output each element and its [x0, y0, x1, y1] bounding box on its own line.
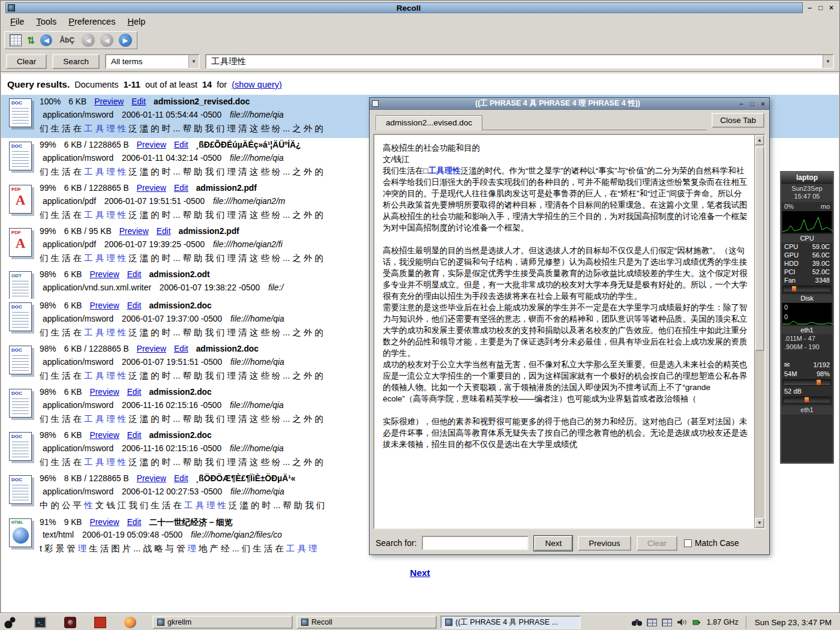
- minimize-icon[interactable]: –: [805, 4, 814, 13]
- find-clear-button[interactable]: Clear: [637, 536, 677, 551]
- match-case-checkbox[interactable]: [684, 539, 692, 547]
- query-combo[interactable]: ▼: [205, 54, 834, 69]
- preview-link[interactable]: Preview: [119, 227, 149, 236]
- taskbar-task[interactable]: ((工 PHRASE 4 具 PHRASE ...: [440, 616, 581, 629]
- preview-tab[interactable]: admission2...evised.doc: [376, 115, 482, 130]
- terminal-launcher[interactable]: >_: [32, 616, 48, 629]
- browser-launcher[interactable]: [122, 616, 138, 629]
- result-mimetype: application/msword: [43, 154, 113, 163]
- document-icon-page: [9, 475, 32, 504]
- taskbar-task[interactable]: gkrellm: [152, 616, 293, 629]
- screenshot-launcher[interactable]: [62, 616, 78, 629]
- edit-link[interactable]: Edit: [131, 97, 146, 106]
- preview-link[interactable]: Preview: [137, 474, 166, 483]
- result-date: 2006-01-19 05:09:48 -0500: [82, 530, 182, 539]
- preview-link[interactable]: Preview: [90, 388, 119, 397]
- search-button[interactable]: Search: [52, 54, 100, 69]
- taskbar-task[interactable]: Recoll: [296, 616, 437, 629]
- menu-tools[interactable]: Tools: [30, 16, 62, 28]
- snippet-text: 们 生 活 在: [40, 328, 84, 337]
- preview-link[interactable]: Preview: [90, 270, 119, 279]
- find-input[interactable]: [422, 536, 529, 550]
- preview-link[interactable]: Preview: [90, 431, 119, 440]
- find-previous-button[interactable]: Previous: [578, 536, 631, 551]
- sort-order-icon[interactable]: ⇅: [27, 35, 35, 46]
- snippet-text: 泛 滥 的 时 ... 帮 助 我 们 理 清 这 些 纷 ... 之 外 的: [126, 167, 323, 176]
- close-icon[interactable]: ×: [827, 4, 836, 13]
- next-page-link[interactable]: Next: [410, 568, 430, 578]
- term-explorer-icon[interactable]: ÂbÇ: [58, 35, 76, 45]
- snippet-text: 泛 滥 的 时 ... 帮 助 我 们: [226, 500, 325, 510]
- sensor-label: HDD: [784, 260, 799, 267]
- document-icon-page: [9, 185, 32, 214]
- result-url: file:///home/qia: [230, 358, 284, 367]
- preview-link[interactable]: Preview: [137, 184, 166, 193]
- result-size: 8 KB / 1228865 B: [64, 474, 129, 483]
- maximize-icon[interactable]: □: [816, 4, 825, 13]
- volume-icon[interactable]: [677, 618, 687, 626]
- result-title: admission2.odt: [149, 270, 209, 279]
- wm-menu-launcher[interactable]: [2, 616, 18, 629]
- edit-link[interactable]: Edit: [127, 270, 142, 279]
- preview-link[interactable]: Preview: [137, 344, 166, 353]
- krell-slider: [805, 397, 809, 403]
- preview-close-icon[interactable]: ×: [758, 100, 767, 108]
- edit-link[interactable]: Edit: [174, 184, 188, 193]
- preview-titlebar[interactable]: ((工 PHRASE 4 具 PHRASE 4 理 PHRASE 4 性)) –…: [370, 98, 769, 110]
- preview-link[interactable]: Preview: [90, 518, 119, 527]
- result-size: 6 KB: [64, 301, 82, 310]
- menu-help[interactable]: Help: [121, 16, 151, 28]
- edit-link[interactable]: Edit: [127, 301, 142, 310]
- edit-link[interactable]: Edit: [127, 431, 142, 440]
- clear-button[interactable]: Clear: [6, 54, 47, 69]
- close-tab-button[interactable]: Close Tab: [712, 113, 764, 128]
- scroll-up-icon[interactable]: ▲: [755, 135, 764, 145]
- scrollbar-thumb[interactable]: [755, 146, 764, 351]
- binoculars-tray-icon[interactable]: [632, 619, 642, 626]
- preview-link[interactable]: Preview: [94, 97, 124, 106]
- chevron-down-icon[interactable]: ▼: [823, 55, 833, 68]
- match-case-option[interactable]: Match Case: [684, 539, 739, 548]
- snippet-text: 需要注意的是这些毕业后在社会上能成功发展的学生并不一定是在大学里学习成绩最好的学…: [383, 303, 748, 358]
- preview-scrollbar[interactable]: ▲ ▼: [754, 135, 764, 528]
- show-query-link[interactable]: (show query): [232, 80, 282, 89]
- preview-minimize-icon[interactable]: –: [737, 100, 746, 108]
- nav-back-icon[interactable]: ◀: [100, 34, 113, 47]
- gkrellm-panel[interactable]: laptop Sun23Sep 15:47 05 0% mo CPU CPU59…: [780, 171, 834, 464]
- history-back-icon[interactable]: ◀: [40, 34, 52, 46]
- result-mimetype: application/msword: [43, 444, 113, 453]
- workspace-pager-icon[interactable]: [647, 619, 657, 626]
- result-relevance: 99%: [40, 140, 56, 149]
- preview-maximize-icon[interactable]: □: [748, 100, 757, 108]
- edit-link[interactable]: Edit: [174, 140, 188, 149]
- scroll-down-icon[interactable]: ▼: [755, 518, 764, 528]
- battery-icon[interactable]: [692, 618, 702, 626]
- snippet-text: 文 钱 江 我 们 生 活 在: [93, 500, 184, 510]
- chevron-down-icon[interactable]: ▼: [188, 55, 199, 68]
- document-icon: [1, 344, 40, 385]
- window-titlebar[interactable]: Recoll: [5, 2, 803, 13]
- package-launcher[interactable]: [92, 616, 108, 629]
- edit-link[interactable]: Edit: [127, 518, 142, 527]
- edit-link[interactable]: Edit: [174, 344, 188, 353]
- query-input[interactable]: [206, 56, 823, 66]
- search-mode-select[interactable]: All terms ▼: [105, 54, 200, 69]
- chart-line: [782, 212, 833, 233]
- taskbar-clock[interactable]: Sun Sep 23, 3:47 PM: [746, 616, 838, 629]
- menu-file[interactable]: File: [4, 16, 30, 28]
- edit-link[interactable]: Edit: [157, 227, 171, 236]
- results-table-icon[interactable]: [10, 34, 22, 46]
- workspace-pager2-icon[interactable]: [662, 619, 672, 626]
- volume-meter: [783, 397, 831, 403]
- nav-forward-icon[interactable]: ▶: [119, 34, 132, 47]
- preview-link[interactable]: Preview: [90, 301, 119, 310]
- matched-term: 工 具 理 性: [84, 371, 126, 380]
- preview-find-bar: Search for: Next Previous Clear Match Ca…: [370, 532, 769, 554]
- edit-link[interactable]: Edit: [127, 388, 142, 397]
- taskbar: >_ gkrellmRecoll((工 PHRASE 4 具 PHRASE ..…: [0, 613, 840, 630]
- preview-link[interactable]: Preview: [137, 140, 166, 149]
- find-next-button[interactable]: Next: [534, 536, 572, 551]
- edit-link[interactable]: Edit: [174, 474, 188, 483]
- nav-first-icon[interactable]: ◀: [82, 34, 95, 47]
- menu-preferences[interactable]: Preferences: [62, 16, 121, 28]
